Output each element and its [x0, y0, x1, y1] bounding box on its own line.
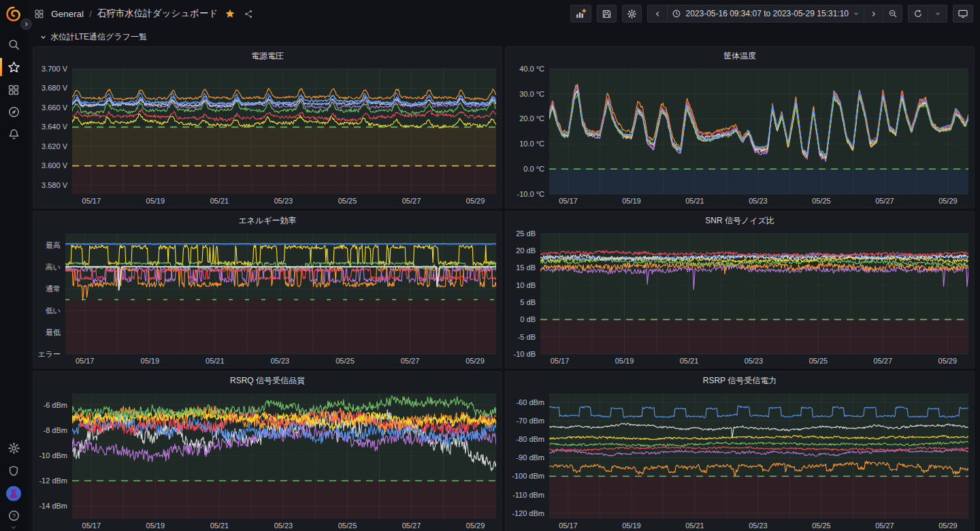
- chart-svg[interactable]: 25 dB20 dB15 dB10 dB5 dB0 dB-5 dB-10 dB0…: [506, 229, 974, 368]
- sidebar-expand-button[interactable]: [20, 18, 32, 30]
- refresh-interval-dropdown[interactable]: [928, 5, 947, 22]
- sidebar-item-alerting[interactable]: [0, 123, 27, 146]
- svg-text:05/25: 05/25: [336, 357, 355, 365]
- sidebar-item-configuration[interactable]: [0, 437, 27, 460]
- time-range-zoom-out-button[interactable]: [883, 5, 902, 22]
- svg-text:最高: 最高: [46, 241, 61, 249]
- svg-text:05/23: 05/23: [274, 197, 293, 205]
- svg-text:05/21: 05/21: [685, 197, 704, 205]
- star-outline-icon: [7, 61, 20, 74]
- star-filled-icon: [225, 8, 235, 19]
- svg-text:-70 dBm: -70 dBm: [516, 417, 544, 425]
- favorite-star-button[interactable]: [223, 7, 237, 20]
- time-range-picker[interactable]: 2023-05-16 09:34:07 to 2023-05-29 15:31:…: [667, 5, 864, 22]
- gear-icon: [7, 442, 20, 455]
- sidebar-item-explore[interactable]: [0, 101, 27, 123]
- chart-svg[interactable]: 3.700 V3.680 V3.660 V3.640 V3.620 V3.600…: [33, 65, 502, 208]
- chart-area[interactable]: 3.700 V3.680 V3.660 V3.640 V3.620 V3.600…: [33, 65, 502, 208]
- panel-title[interactable]: 筐体温度: [506, 47, 974, 65]
- sidebar-item-help[interactable]: ?: [0, 504, 27, 527]
- svg-text:05/19: 05/19: [615, 357, 634, 365]
- refresh-button[interactable]: [909, 5, 928, 22]
- grafana-flame-icon: [5, 5, 22, 23]
- svg-text:05/23: 05/23: [749, 521, 768, 530]
- search-icon: [7, 38, 20, 51]
- svg-text:05/29: 05/29: [466, 357, 485, 365]
- svg-text:05/17: 05/17: [559, 521, 578, 530]
- svg-text:05/17: 05/17: [551, 357, 570, 365]
- chart-area[interactable]: -6 dBm-8 dBm-10 dBm-12 dBm-14 dBm05/1705…: [33, 389, 502, 531]
- shield-icon: [7, 465, 20, 477]
- chart-svg[interactable]: -6 dBm-8 dBm-10 dBm-12 dBm-14 dBm05/1705…: [33, 389, 502, 531]
- svg-text:05/17: 05/17: [76, 357, 95, 365]
- chart-area[interactable]: 25 dB20 dB15 dB10 dB5 dB0 dB-5 dB-10 dB0…: [506, 229, 974, 368]
- panel: 筐体温度40.0 °C30.0 °C20.0 °C10.0 °C0.0 °C-1…: [505, 46, 975, 208]
- panel-title[interactable]: RSRQ 信号受信品質: [33, 372, 502, 389]
- svg-text:3.680 V: 3.680 V: [42, 84, 68, 92]
- sidebar-item-user-profile[interactable]: [0, 482, 27, 504]
- svg-text:最低: 最低: [46, 328, 61, 336]
- panel-title[interactable]: SNR 信号ノイズ比: [506, 212, 974, 229]
- dashboard-header: General / 石狩市水位計ダッシュボード: [27, 0, 980, 27]
- panel-title[interactable]: 電源電圧: [33, 47, 502, 65]
- panel-title[interactable]: RSRP 信号受信電力: [506, 372, 974, 389]
- svg-text:3.640 V: 3.640 V: [42, 123, 68, 131]
- svg-text:-8 dBm: -8 dBm: [44, 426, 67, 434]
- svg-text:05/19: 05/19: [622, 197, 641, 205]
- svg-text:05/29: 05/29: [938, 197, 958, 205]
- svg-text:05/29: 05/29: [466, 521, 485, 530]
- sidebar-top-icons: [0, 33, 27, 146]
- toolbar: 2023-05-16 09:34:07 to 2023-05-29 15:31:…: [570, 5, 973, 22]
- time-picker-group: 2023-05-16 09:34:07 to 2023-05-29 15:31:…: [647, 5, 902, 22]
- svg-text:-10 dBm: -10 dBm: [39, 451, 67, 460]
- row-title: 水位計LTE通信グラフ一覧: [50, 31, 147, 43]
- svg-text:-120 dBm: -120 dBm: [512, 509, 544, 517]
- svg-text:05/29: 05/29: [466, 197, 485, 205]
- chevron-down-icon: [934, 10, 941, 17]
- sidebar-item-server-admin[interactable]: [0, 460, 27, 482]
- refresh-icon: [913, 9, 923, 18]
- cycle-view-mode-button[interactable]: [953, 5, 973, 22]
- chart-area[interactable]: 最高高い通常低い最低エラー05/1705/1905/2105/2305/2505…: [33, 229, 502, 368]
- chart-svg[interactable]: -60 dBm-70 dBm-80 dBm-90 dBm-100 dBm-110…: [506, 389, 974, 531]
- panel-title[interactable]: エネルギー効率: [33, 212, 502, 229]
- sidebar-item-starred[interactable]: [0, 56, 27, 78]
- panel: SNR 信号ノイズ比25 dB20 dB15 dB10 dB5 dB0 dB-5…: [505, 211, 975, 368]
- chart-area[interactable]: -60 dBm-70 dBm-80 dBm-90 dBm-100 dBm-110…: [506, 389, 974, 531]
- svg-text:-60 dBm: -60 dBm: [516, 398, 544, 406]
- svg-text:05/17: 05/17: [559, 197, 578, 205]
- breadcrumb-separator: /: [89, 9, 92, 19]
- svg-text:05/27: 05/27: [875, 197, 894, 205]
- breadcrumb: General / 石狩市水位計ダッシュボード: [33, 7, 255, 20]
- svg-text:3.580 V: 3.580 V: [42, 181, 68, 189]
- chart-svg[interactable]: 40.0 °C30.0 °C20.0 °C10.0 °C0.0 °C-10.0 …: [506, 65, 974, 208]
- chart-svg[interactable]: 最高高い通常低い最低エラー05/1705/1905/2105/2305/2505…: [33, 229, 502, 368]
- chart-area[interactable]: 40.0 °C30.0 °C20.0 °C10.0 °C0.0 °C-10.0 …: [506, 65, 974, 208]
- chevron-left-icon: [654, 10, 662, 18]
- svg-text:-90 dBm: -90 dBm: [516, 453, 544, 462]
- grafana-logo[interactable]: [4, 5, 23, 24]
- clock-icon: [672, 9, 681, 18]
- question-circle-icon: ?: [7, 509, 20, 522]
- sidebar-item-search[interactable]: [0, 33, 27, 56]
- row-collapse-toggle[interactable]: 水位計LTE通信グラフ一覧: [39, 31, 147, 43]
- row-header: 水位計LTE通信グラフ一覧: [27, 27, 980, 46]
- share-dashboard-button[interactable]: [242, 7, 255, 20]
- time-range-back-button[interactable]: [648, 5, 667, 22]
- svg-text:05/25: 05/25: [338, 197, 357, 205]
- svg-text:05/25: 05/25: [812, 521, 831, 530]
- add-panel-button[interactable]: [570, 5, 591, 22]
- svg-text:-14 dBm: -14 dBm: [39, 502, 67, 510]
- save-dashboard-button[interactable]: [597, 5, 617, 22]
- sidebar-item-dashboards[interactable]: [0, 78, 27, 101]
- time-range-forward-button[interactable]: [864, 5, 883, 22]
- breadcrumb-dashboard-title[interactable]: 石狩市水位計ダッシュボード: [97, 7, 218, 20]
- svg-text:05/23: 05/23: [749, 197, 768, 205]
- chevron-down-icon: [11, 526, 16, 530]
- breadcrumb-section[interactable]: General: [51, 9, 84, 19]
- svg-text:05/23: 05/23: [271, 357, 290, 365]
- dashboard-settings-button[interactable]: [622, 5, 642, 22]
- svg-text:-12 dBm: -12 dBm: [39, 477, 67, 485]
- svg-text:高い: 高い: [46, 263, 61, 271]
- main-area: General / 石狩市水位計ダッシュボード: [27, 0, 980, 531]
